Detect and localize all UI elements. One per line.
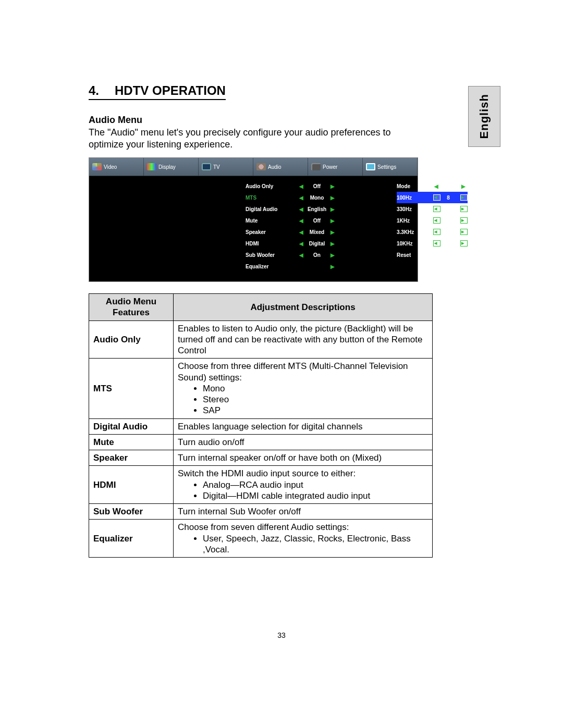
osd-row-label: Speaker xyxy=(246,229,298,235)
osd-row-value: Mixed xyxy=(305,229,329,235)
desc-intro: Choose from three different MTS (Multi-C… xyxy=(178,361,428,383)
right-arrow-icon[interactable]: ▶ xyxy=(329,195,336,201)
section-heading: 4.HDTV OPERATION xyxy=(89,83,226,100)
language-label: English xyxy=(478,94,491,139)
osd-menu-row[interactable]: Sub Woofer◀On▶ xyxy=(246,249,391,261)
right-arrow-icon[interactable]: ▶ xyxy=(329,264,336,269)
eq-decrease-icon[interactable] xyxy=(429,206,440,212)
osd-menu-row[interactable]: Speaker◀Mixed▶ xyxy=(246,226,391,238)
eq-band-label: 1KHz xyxy=(397,218,429,224)
eq-decrease-icon[interactable] xyxy=(429,240,440,246)
osd-row-value: On xyxy=(305,252,329,258)
osd-row-label: Sub Woofer xyxy=(246,252,298,258)
settings-icon xyxy=(366,163,375,170)
body-text: The "Audio" menu let's you precisely con… xyxy=(89,127,412,150)
right-arrow-icon[interactable]: ▶ xyxy=(329,241,336,246)
desc-intro: Choose from seven different Audio settin… xyxy=(178,522,428,533)
osd-menu-row[interactable]: Mute◀Off▶ xyxy=(246,215,391,226)
eq-reset-row[interactable]: Reset xyxy=(397,249,468,261)
eq-band-row[interactable]: 100Hz8 xyxy=(397,192,468,203)
osd-row-value: Digital xyxy=(305,241,329,246)
feature-name: Speaker xyxy=(89,450,174,466)
eq-band-row[interactable]: 1KHz6 xyxy=(397,215,468,226)
table-row: HDMISwitch the HDMI audio input source t… xyxy=(89,466,433,504)
left-arrow-icon[interactable]: ◀ xyxy=(298,206,305,212)
table-row: Digital AudioEnables language selection … xyxy=(89,418,433,434)
feature-name: Digital Audio xyxy=(89,418,174,434)
right-arrow-icon[interactable]: ▶ xyxy=(329,183,336,189)
eq-decrease-icon[interactable] xyxy=(429,194,440,201)
eq-band-value: 2 xyxy=(440,206,456,212)
left-arrow-icon[interactable]: ◀ xyxy=(298,183,305,189)
osd-tab-tv[interactable]: TV xyxy=(199,158,253,176)
right-arrow-icon[interactable]: ▶ xyxy=(329,206,336,212)
desc-bullet-item: Stereo xyxy=(203,394,428,405)
osd-tab-audio[interactable]: Audio xyxy=(253,158,308,176)
osd-body: Audio Only◀Off▶MTS◀Mono▶Digital Audio◀En… xyxy=(89,176,418,281)
osd-menu-row[interactable]: Digital Audio◀English▶ xyxy=(246,203,391,215)
eq-reset-label: Reset xyxy=(397,252,429,258)
osd-menu-row[interactable]: MTS◀Mono▶ xyxy=(246,192,391,203)
table-row: SpeakerTurn internal speaker on/off or h… xyxy=(89,450,433,466)
osd-equalizer-row[interactable]: Equalizer▶ xyxy=(246,261,391,272)
osd-tab-label: Video xyxy=(104,164,117,170)
desc-bullets: Analog—RCA audio inputDigital—HDMI cable… xyxy=(178,479,428,502)
osd-tab-label: Power xyxy=(323,164,337,170)
osd-row-label: MTS xyxy=(246,195,298,201)
eq-band-row[interactable]: 330Hz2 xyxy=(397,203,468,215)
eq-decrease-icon[interactable] xyxy=(429,217,440,224)
feature-desc: Choose from seven different Audio settin… xyxy=(174,520,433,558)
eq-band-row[interactable]: 3.3KHz10 xyxy=(397,226,468,238)
eq-increase-icon[interactable] xyxy=(456,240,468,246)
feature-desc: Switch the HDMI audio input source to ei… xyxy=(174,466,433,504)
eq-increase-icon[interactable] xyxy=(456,206,468,212)
desc-bullet-item: Mono xyxy=(203,383,428,394)
page-number: 33 xyxy=(0,631,563,639)
left-arrow-icon[interactable]: ◀ xyxy=(298,229,305,235)
feature-desc: Turn audio on/off xyxy=(174,434,433,450)
eq-band-row[interactable]: 10KHz0 xyxy=(397,238,468,249)
osd-menu-column: Audio Only◀Off▶MTS◀Mono▶Digital Audio◀En… xyxy=(246,180,397,272)
osd-row-label: HDMI xyxy=(246,241,298,246)
feature-desc: Enables language selection for digital c… xyxy=(174,418,433,434)
feature-name: Equalizer xyxy=(89,520,174,558)
desc-bullet-item: SAP xyxy=(203,405,428,416)
desc-bullets: User, Speech, Jazz, Classic, Rocks, Elec… xyxy=(178,533,428,556)
osd-tab-power[interactable]: Power xyxy=(308,158,363,176)
osd-row-label: Audio Only xyxy=(246,183,298,189)
osd-row-label: Digital Audio xyxy=(246,206,298,212)
left-arrow-icon[interactable]: ◀ xyxy=(298,195,305,201)
desc-bullet-item: User, Speech, Jazz, Classic, Rocks, Elec… xyxy=(203,533,428,556)
power-icon xyxy=(311,163,321,170)
eq-increase-icon[interactable] xyxy=(456,194,468,201)
desc-bullet-item: Analog—RCA audio input xyxy=(203,479,428,490)
right-arrow-icon[interactable]: ▶ xyxy=(329,252,336,258)
right-arrow-icon[interactable]: ▶ xyxy=(329,218,336,224)
section-title-text: HDTV OPERATION xyxy=(115,83,226,97)
left-arrow-icon[interactable]: ◀ xyxy=(298,252,305,258)
osd-tab-settings[interactable]: Settings xyxy=(363,158,418,176)
feature-desc: Turn internal speaker on/off or have bot… xyxy=(174,450,433,466)
osd-menu-row[interactable]: HDMI◀Digital▶ xyxy=(246,238,391,249)
eq-increase-icon[interactable] xyxy=(456,217,468,224)
feature-name: Audio Only xyxy=(89,320,174,359)
eq-increase-icon[interactable] xyxy=(456,229,468,235)
osd-row-label: Mute xyxy=(246,218,298,224)
desc-intro: Switch the HDMI audio input source to ei… xyxy=(178,468,428,479)
eq-mode-row[interactable]: Mode◀User▶ xyxy=(397,180,468,192)
osd-tab-label: Display xyxy=(158,164,176,170)
features-table: Audio Menu Features Adjustment Descripti… xyxy=(89,293,433,558)
left-arrow-icon[interactable]: ◀ xyxy=(298,218,305,224)
right-arrow-icon[interactable]: ▶ xyxy=(329,229,336,235)
osd-menu-row[interactable]: Audio Only◀Off▶ xyxy=(246,180,391,192)
right-arrow-icon[interactable]: ▶ xyxy=(461,183,468,189)
osd-tab-video[interactable]: Video xyxy=(89,158,144,176)
feature-name: HDMI xyxy=(89,466,174,504)
subsection-title: Audio Menu xyxy=(89,115,500,126)
table-row: MuteTurn audio on/off xyxy=(89,434,433,450)
left-arrow-icon[interactable]: ◀ xyxy=(298,241,305,246)
eq-mode-value: User xyxy=(440,183,461,189)
left-arrow-icon[interactable]: ◀ xyxy=(434,183,440,189)
osd-tab-display[interactable]: Display xyxy=(144,158,199,176)
eq-decrease-icon[interactable] xyxy=(429,229,440,235)
